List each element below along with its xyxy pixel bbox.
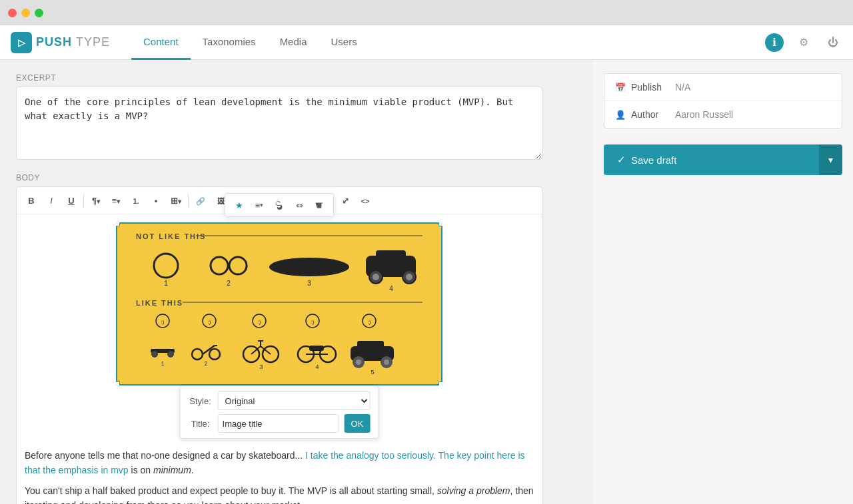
excerpt-label: Excerpt	[16, 73, 577, 83]
editor-wrapper: B I U	[16, 186, 542, 504]
chevron-icon	[178, 196, 181, 206]
table-button[interactable]	[167, 191, 185, 210]
publish-row: 📅 Publish N/A	[604, 74, 842, 101]
logo-push: PUSH	[36, 35, 72, 49]
sidebar-meta-card: 📅 Publish N/A 👤 Author Aaron Russell	[604, 73, 842, 128]
image-float-toolbar: ★ ≡ ▾ ⇔	[225, 193, 334, 217]
table-icon	[171, 196, 178, 206]
code-icon	[361, 196, 370, 206]
handle-bl[interactable]	[116, 381, 120, 385]
paragraph-2: You can't ship a half baked product and …	[25, 483, 534, 504]
editor-text: Before anyone tells me that no-one desig…	[25, 448, 534, 504]
style-row: Style: Original	[189, 391, 371, 410]
ordered-list-icon	[133, 196, 139, 206]
expand-button[interactable]	[336, 191, 355, 210]
underline-button[interactable]: U	[62, 191, 81, 210]
unordered-list-button[interactable]	[147, 191, 165, 210]
toolbar-divider-1	[83, 194, 84, 207]
code-button[interactable]	[356, 191, 375, 210]
maximize-button[interactable]	[35, 9, 43, 17]
delete-float-btn[interactable]	[311, 196, 328, 214]
save-draft-button[interactable]: ✓ Save draft	[604, 144, 819, 175]
author-label-container: 👤 Author	[615, 109, 675, 120]
chevron-icon	[97, 196, 100, 206]
save-draft-label: Save draft	[631, 154, 676, 166]
unordered-list-icon	[155, 196, 158, 206]
expand-icon	[342, 196, 349, 206]
save-draft-dropdown-button[interactable]: ▾	[819, 144, 842, 175]
title-row: Title: OK	[189, 414, 371, 433]
link-button[interactable]	[191, 191, 210, 210]
style-select[interactable]: Original	[218, 391, 371, 410]
author-label: Author	[631, 109, 658, 120]
info-button[interactable]: ℹ	[765, 33, 784, 52]
save-draft-container: ✓ Save draft ▾	[604, 139, 842, 180]
style-label: Style:	[189, 396, 213, 406]
nav-links: Content Taxonomies Media Users	[131, 25, 765, 60]
image-icon	[217, 196, 225, 206]
nav-users[interactable]: Users	[319, 25, 369, 60]
settings-button[interactable]: ⚙	[794, 33, 813, 52]
link-1[interactable]: I take the analogy too seriously. The ke…	[25, 450, 525, 475]
link-float-btn[interactable]	[271, 196, 288, 214]
publish-label: Publish	[631, 82, 662, 93]
power-button[interactable]: ⏻	[824, 33, 842, 52]
align-float-btn[interactable]: ≡ ▾	[251, 196, 268, 214]
image-selection	[116, 222, 442, 385]
resize-float-btn[interactable]: ⇔	[291, 196, 308, 214]
chevron-down-icon: ▾	[828, 154, 833, 165]
logo: ▷ PUSHTYPE	[11, 32, 110, 53]
logo-type: TYPE	[76, 35, 110, 49]
close-button[interactable]	[8, 9, 17, 17]
sidebar: 📅 Publish N/A 👤 Author Aaron Russell ✓ S…	[593, 60, 853, 504]
align-button[interactable]	[107, 191, 125, 210]
titlebar	[0, 0, 853, 25]
author-row: 👤 Author Aaron Russell	[604, 101, 842, 128]
author-value: Aaron Russell	[675, 109, 831, 120]
publish-label-container: 📅 Publish	[615, 82, 675, 93]
person-icon: 👤	[615, 110, 626, 120]
image-options-panel: Style: Original Title: OK	[180, 385, 379, 439]
editor-body[interactable]: ★ ≡ ▾ ⇔	[17, 214, 542, 504]
title-label: Title:	[189, 419, 213, 429]
logo-icon: ▷	[11, 32, 32, 53]
handle-tr[interactable]	[438, 222, 442, 226]
nav-taxonomies[interactable]: Taxonomies	[191, 25, 268, 60]
toolbar-divider-2	[188, 194, 189, 207]
star-float-btn[interactable]: ★	[231, 196, 248, 214]
nav-content[interactable]: Content	[131, 25, 191, 60]
save-draft-wrapper: ✓ Save draft ▾	[604, 144, 842, 175]
ok-button[interactable]: OK	[345, 414, 371, 433]
paragraph-1: Before anyone tells me that no-one desig…	[25, 448, 534, 478]
link-icon	[196, 196, 205, 206]
mvp-image: NOT LIKE THIS 1 2	[116, 222, 442, 385]
bold-button[interactable]: B	[22, 191, 41, 210]
minimize-button[interactable]	[21, 9, 30, 17]
title-input[interactable]	[218, 414, 339, 433]
chevron-icon	[117, 196, 120, 206]
link-2[interactable]: vp	[119, 465, 129, 475]
top-navigation: ▷ PUSHTYPE Content Taxonomies Media User…	[0, 25, 853, 60]
handle-tl[interactable]	[116, 222, 120, 226]
handle-br[interactable]	[438, 381, 442, 385]
paragraph-button[interactable]	[87, 191, 105, 210]
content-area: Excerpt One of the core principles of le…	[0, 60, 593, 504]
calendar-icon: 📅	[615, 83, 626, 93]
checkmark-icon: ✓	[617, 154, 626, 166]
body-label: Body	[16, 173, 577, 182]
nav-icons: ℹ ⚙ ⏻	[765, 33, 842, 52]
italic-button[interactable]: I	[42, 191, 61, 210]
publish-value: N/A	[675, 82, 831, 93]
nav-media[interactable]: Media	[268, 25, 319, 60]
excerpt-textarea[interactable]: One of the core principles of lean devel…	[16, 87, 542, 160]
main-layout: Excerpt One of the core principles of le…	[0, 60, 853, 504]
ordered-list-button[interactable]	[127, 191, 145, 210]
